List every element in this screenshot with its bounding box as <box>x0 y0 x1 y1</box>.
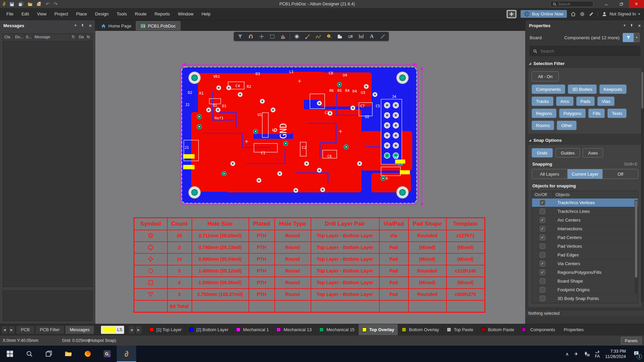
panel-tabs-scroll-left[interactable]: ◀ <box>1 326 8 334</box>
layer-tabs-scroll-left[interactable]: ◀ <box>128 326 135 334</box>
snap-grids-button[interactable]: Grids <box>532 148 553 158</box>
panel-tab-messages[interactable]: Messages <box>65 325 94 334</box>
menu-item-design[interactable]: Design <box>91 10 112 18</box>
checkbox-3d-body-snap-points[interactable] <box>540 296 545 301</box>
component-tool-button[interactable] <box>292 33 302 40</box>
menu-item-tools[interactable]: Tools <box>113 10 130 18</box>
customize-pencil-icon[interactable] <box>589 11 594 17</box>
document-tab-home-page[interactable]: Home Page <box>97 21 136 31</box>
right-panel-tab-properties[interactable]: Properties <box>564 327 584 332</box>
checkbox-via-centers[interactable]: ✓ <box>540 261 545 266</box>
filter-tool-button[interactable] <box>235 33 245 40</box>
panel-tab-pcb-filter[interactable]: PCB Filter <box>35 325 64 334</box>
clock[interactable]: 7:33 PM 11/26/2024 <box>605 349 626 359</box>
panel-tab-pcb[interactable]: PCB <box>16 325 35 334</box>
text-string-tool-button[interactable]: A <box>367 33 377 40</box>
taskbar-task-view-icon[interactable] <box>39 346 58 362</box>
buy-online-now-button[interactable]: Buy Online Now <box>521 10 567 18</box>
filter-all-on-button[interactable]: All - On <box>532 71 559 81</box>
checkbox-track-arcs-vertices[interactable]: ✓ <box>540 200 545 205</box>
snap-guides-button[interactable]: Guides <box>555 148 580 158</box>
snap-object-row-pad-edges[interactable]: Pad Edges <box>532 251 638 259</box>
home-icon[interactable] <box>571 11 576 17</box>
layer-tab-bottom-paste[interactable]: Bottom Paste <box>477 324 518 335</box>
action-center-icon[interactable]: 1 <box>633 350 639 358</box>
menu-item-project[interactable]: Project <box>51 10 71 18</box>
messages-list[interactable]: ClaDo...S...MessageTiDaN <box>3 34 93 287</box>
snap-object-row-pad-centers[interactable]: ✓ Pad Centers <box>532 233 638 242</box>
menu-item-view[interactable]: View <box>33 10 50 18</box>
snapping-mode-all-layers[interactable]: All Layers <box>532 169 568 179</box>
taskbar-g-app-icon[interactable]: G <box>97 346 117 362</box>
pcb-board-view[interactable]: VR1D3L1C8U4C4R2D2R1J2Q1D1Ref1U1R6R5R4D4U… <box>178 62 425 208</box>
snapping-mode-off[interactable]: Off <box>603 169 638 179</box>
filter-keepouts-button[interactable]: Keepouts <box>599 84 627 94</box>
origin-cross-tool-button[interactable] <box>257 33 267 40</box>
network-disconnected-icon[interactable] <box>584 351 590 357</box>
chevron-down-icon[interactable]: ▾ <box>74 24 76 27</box>
titlebar-search[interactable] <box>550 1 593 7</box>
taskbar-altium-designer-icon[interactable]: ∂ <box>117 346 136 362</box>
messages-column-cla[interactable]: Cla <box>3 34 14 41</box>
filter-vias-button[interactable]: Vias <box>597 97 614 106</box>
filter-3d-bodies-button[interactable]: 3D Bodies <box>568 84 597 94</box>
messages-column-n[interactable]: N <box>86 34 90 41</box>
checkbox-board-shape[interactable] <box>540 278 545 284</box>
taskbar-file-explorer-icon[interactable] <box>58 346 78 362</box>
layer-tab-top-paste[interactable]: Top Paste <box>443 324 477 335</box>
language-indicator[interactable]: ف FA <box>595 349 600 359</box>
messages-column-ti[interactable]: Ti <box>70 34 77 41</box>
settings-gear-icon[interactable] <box>580 11 585 17</box>
layer-tab-top-overlay[interactable]: Top Overlay <box>359 324 398 335</box>
panels-button[interactable]: Panels <box>621 337 642 345</box>
close-icon[interactable]: × <box>638 23 641 28</box>
snap-axes-button[interactable]: Axes <box>583 148 603 158</box>
close-button[interactable]: × <box>629 0 644 8</box>
messages-column-da[interactable]: Da <box>77 34 86 41</box>
snap-object-row-arc-centers[interactable]: ✓ Arc Centers <box>532 216 638 225</box>
menu-item-route[interactable]: Route <box>131 10 150 18</box>
snap-object-row-pad-vertices[interactable]: Pad Vertices <box>532 242 638 251</box>
differential-pair-tool-button[interactable] <box>313 33 323 40</box>
save-all-icon[interactable] <box>18 2 23 7</box>
minimize-button[interactable]: – <box>599 0 614 8</box>
properties-search-input[interactable] <box>540 49 637 54</box>
stack-columns-tool-button[interactable] <box>278 33 288 40</box>
layer-tab-blank[interactable] <box>518 324 525 335</box>
snap-object-row-3d-body-snap-points[interactable]: 3D Body Snap Points <box>532 294 638 303</box>
checkbox-track-arcs-lines[interactable] <box>540 208 545 214</box>
polygon-pour-tool-button[interactable] <box>335 33 345 40</box>
filter-tracks-button[interactable]: Tracks <box>532 97 553 106</box>
dimension-tool-button[interactable]: 10 <box>356 33 366 40</box>
sign-in-menu[interactable]: Not Signed In ▾ <box>602 11 640 17</box>
filter-dropdown-button[interactable]: ▾ <box>634 33 640 42</box>
snap-magnet-tool-button[interactable] <box>246 33 256 40</box>
open-doc-icon[interactable] <box>37 2 42 7</box>
messages-column-do[interactable]: Do... <box>14 34 24 41</box>
snap-object-row-via-centers[interactable]: ✓ Via Centers <box>532 259 638 268</box>
hidden-icons-chevron[interactable]: ∧ <box>566 352 569 356</box>
objects-scrollbar[interactable] <box>635 200 638 294</box>
checkbox-regions-polygons-fills[interactable]: ✓ <box>540 269 545 275</box>
checkbox-pad-edges[interactable] <box>540 252 545 258</box>
object-filter-summary[interactable]: Components (and 12 more) <box>564 35 620 40</box>
menu-item-place[interactable]: Place <box>72 10 91 18</box>
right-panel-tab-components[interactable]: Components <box>530 327 555 332</box>
filter-polygons-button[interactable]: Polygons <box>559 109 586 118</box>
airplane-mode-icon[interactable]: ✈ <box>574 352 578 356</box>
filter-texts-button[interactable]: Texts <box>607 109 626 118</box>
checkbox-pad-vertices[interactable] <box>540 243 545 249</box>
via-tool-button[interactable] <box>324 33 334 40</box>
close-icon[interactable]: × <box>89 23 92 28</box>
menu-item-file[interactable]: File <box>3 10 17 18</box>
menu-item-edit[interactable]: Edit <box>18 10 33 18</box>
filter-other-button[interactable]: Other <box>557 121 577 130</box>
layer-tab-1-top-layer[interactable]: [1] Top Layer <box>146 324 186 335</box>
filter-components-button[interactable]: Components <box>532 84 565 94</box>
snap-object-row-track-arcs-vertices[interactable]: ✓ Track/Arcs Vertices <box>532 198 638 207</box>
snapping-mode-current-layer[interactable]: Current Layer <box>568 169 603 179</box>
line-tool-button[interactable] <box>378 33 388 40</box>
save-icon[interactable] <box>9 2 14 7</box>
redo-icon[interactable]: ↷ <box>54 2 58 6</box>
route-tool-button[interactable] <box>303 33 313 40</box>
